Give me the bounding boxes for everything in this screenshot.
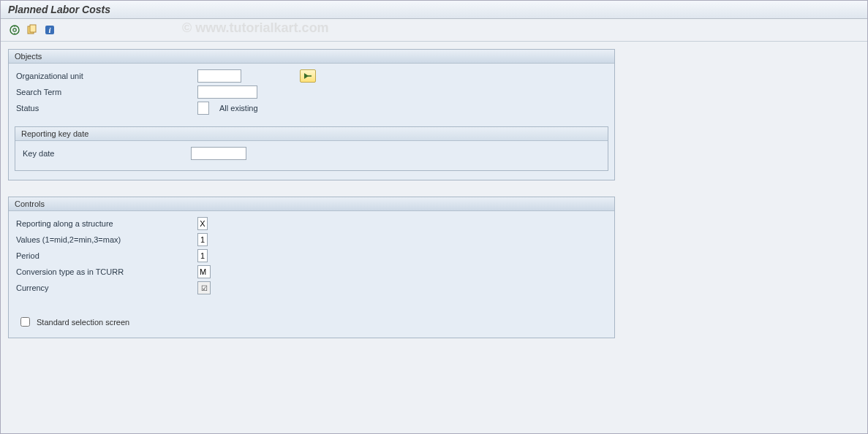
input-status[interactable] xyxy=(197,102,209,115)
content-area: Objects Organizational unit Search Term … xyxy=(1,42,867,362)
label-values: Values (1=mid,2=min,3=max) xyxy=(15,235,197,244)
row-currency: Currency ☑ xyxy=(15,280,608,296)
label-std-selection: Standard selection screen xyxy=(37,318,129,327)
row-org-unit: Organizational unit xyxy=(15,68,608,84)
svg-rect-5 xyxy=(30,25,36,32)
label-status: Status xyxy=(15,104,197,113)
label-reporting-structure: Reporting along a structure xyxy=(15,219,197,228)
label-key-date: Key date xyxy=(21,149,191,158)
title-bar: Planned Labor Costs xyxy=(1,1,867,19)
group-objects: Objects Organizational unit Search Term … xyxy=(8,49,615,180)
row-period: Period xyxy=(15,248,608,264)
input-period[interactable] xyxy=(197,249,208,262)
group-controls-title: Controls xyxy=(9,197,614,211)
label-search-term: Search Term xyxy=(15,88,197,96)
page-title: Planned Labor Costs xyxy=(8,4,110,15)
execute-icon[interactable] xyxy=(8,23,21,37)
label-conversion: Conversion type as in TCURR xyxy=(15,267,197,276)
label-currency: Currency xyxy=(15,283,197,292)
watermark-text: © www.tutorialkart.com xyxy=(182,20,329,36)
label-org-unit: Organizational unit xyxy=(15,72,197,80)
row-std-selection: Standard selection screen xyxy=(15,315,608,329)
svg-point-1 xyxy=(13,28,16,31)
subgroup-reporting-key-date: Reporting key date Key date xyxy=(15,126,608,171)
app-window: Planned Labor Costs i © www.tutorialkart… xyxy=(0,0,868,434)
input-conversion[interactable] xyxy=(197,265,211,278)
input-key-date[interactable] xyxy=(191,147,246,160)
row-status: Status All existing xyxy=(15,100,608,116)
group-controls: Controls Reporting along a structure Val… xyxy=(8,197,615,338)
input-reporting-structure[interactable] xyxy=(197,217,208,230)
row-key-date: Key date xyxy=(21,145,602,161)
row-values: Values (1=mid,2=min,3=max) xyxy=(15,232,608,248)
row-reporting-structure: Reporting along a structure xyxy=(15,216,608,232)
group-objects-title: Objects xyxy=(9,50,614,64)
input-values[interactable] xyxy=(197,233,208,246)
input-org-unit[interactable] xyxy=(197,69,241,83)
toolbar: i © www.tutorialkart.com xyxy=(1,19,867,42)
input-search-term[interactable] xyxy=(197,85,257,99)
currency-checkbox[interactable]: ☑ xyxy=(197,281,211,294)
label-period: Period xyxy=(15,251,197,260)
status-text: All existing xyxy=(219,104,258,113)
checkbox-std-selection[interactable] xyxy=(20,317,30,327)
row-conversion: Conversion type as in TCURR xyxy=(15,264,608,280)
subgroup-title-key-date: Reporting key date xyxy=(15,127,608,141)
row-search-term: Search Term xyxy=(15,84,608,100)
info-icon[interactable]: i xyxy=(43,23,56,37)
multiple-selection-button[interactable] xyxy=(300,69,316,83)
variant-icon[interactable] xyxy=(26,23,39,37)
